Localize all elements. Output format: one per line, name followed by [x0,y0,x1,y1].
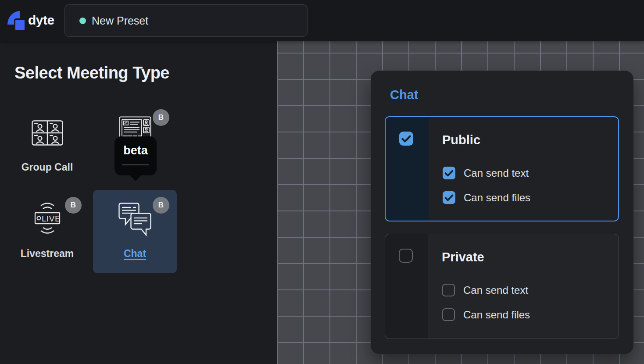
private-can-send-files-checkbox[interactable] [442,308,455,321]
section-public: Public Can send text Can send files [385,116,619,221]
beta-badge: B [153,109,169,126]
beta-tooltip-text: beta [114,144,157,157]
preset-name-input[interactable]: New Preset [64,4,308,37]
tile-label-group-call: Group Call [5,161,89,173]
chat-icon [118,202,152,236]
public-can-send-files-checkbox[interactable] [443,191,455,204]
beta-badge: B [153,197,169,214]
dyte-logo-icon [6,10,26,31]
section-title-private: Private [442,250,484,264]
private-checkbox[interactable] [399,249,413,263]
brand-name: dyte [28,13,54,28]
meeting-type-panel: Select Meeting Type Group Call [0,41,277,364]
top-bar: dyte New Preset [0,0,644,41]
livestream-icon: LIVE [33,201,62,236]
dyte-logo: dyte [6,10,59,32]
tile-label-chat[interactable]: Chat [93,248,177,260]
option-label: Can send text [464,167,529,179]
beta-badge: B [65,197,82,214]
tile-group-call[interactable]: Group Call [5,104,89,188]
builder-canvas[interactable]: Chat Public Can send text Can send files… [277,41,644,364]
section-title-public: Public [442,133,480,147]
option-label: Can send files [464,192,530,204]
card-title: Chat [390,88,418,102]
public-checkbox[interactable] [399,132,413,146]
group-call-icon [32,120,63,146]
option-label: Can send text [463,284,528,296]
section-private: Private Can send text Can send files [385,234,619,339]
tile-label-livestream: Livestream [5,248,89,260]
page-title: Select Meeting Type [14,64,169,82]
live-icon-text: LIVE [42,214,61,223]
tooltip-divider [122,164,149,165]
beta-tooltip: beta [114,136,157,175]
option-label: Can send files [463,309,530,321]
preset-name-value: New Preset [92,14,148,27]
chat-config-card: Chat Public Can send text Can send files… [371,71,633,354]
private-can-send-text-checkbox[interactable] [442,284,455,296]
tile-chat[interactable]: B Chat [93,190,177,273]
tile-livestream[interactable]: LIVE B Livestream [5,190,89,273]
status-dot-icon [79,18,86,24]
public-can-send-text-checkbox[interactable] [443,167,455,179]
